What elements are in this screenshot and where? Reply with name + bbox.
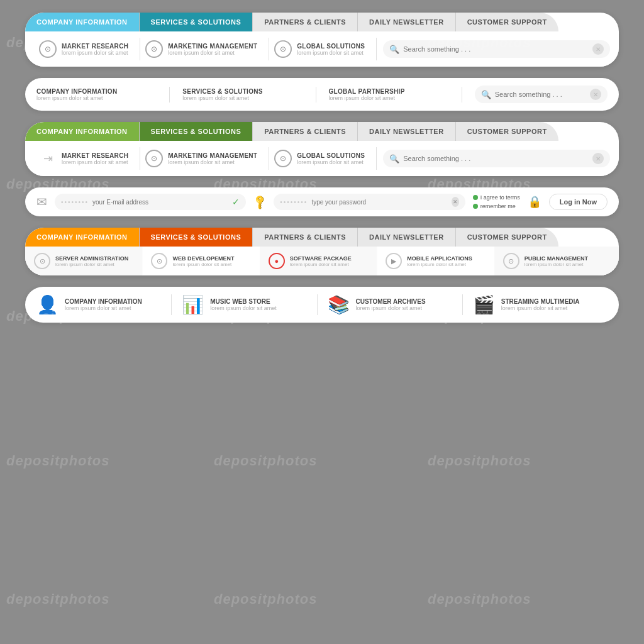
agree-bullet: [473, 195, 478, 200]
tab-company-info[interactable]: COMPANY INFORMATION: [25, 13, 140, 31]
sub-item-global[interactable]: ⊙ GLOBAL SOLUTIONS lorem ipsum dolor sit…: [269, 38, 377, 60]
sub-item-desc-3: lorem ipsum dolor sit amet: [297, 50, 365, 56]
clear-icon-2[interactable]: ✕: [590, 89, 601, 100]
search-box-2[interactable]: 🔍 ✕: [475, 86, 608, 103]
search-input-3[interactable]: [403, 155, 589, 162]
icon-item-streaming[interactable]: 🎬 STREAMING MULTIMEDIA lorem ipsum dolor…: [463, 294, 608, 315]
sub-green-marketing[interactable]: ⊙ MARKETING MANAGEMENT lorem ipsum dolor…: [140, 147, 269, 170]
chart-icon: 📊: [182, 294, 204, 315]
password-field-wrapper[interactable]: •••••••• ✕: [274, 194, 465, 210]
software-icon: ●: [269, 253, 285, 269]
tab-orange-support[interactable]: CUSTOMER SUPPORT: [456, 228, 558, 247]
arrow-item-software[interactable]: ● SOFTWARE PACKAGE lorem ipsum dolor sit…: [260, 247, 384, 275]
flat-item-services[interactable]: SERVICES & SOLUTIONS lorem ipsum dolor s…: [170, 87, 316, 103]
login-button[interactable]: Log in Now: [549, 194, 608, 210]
arrow-desc-5: lorem ipsum dolor sit amet: [525, 262, 589, 267]
search-box-1[interactable]: 🔍 ✕: [383, 40, 610, 58]
tab-green-newsletter[interactable]: DAILY NEWSLETTER: [358, 122, 456, 141]
email-input[interactable]: [92, 199, 228, 206]
clear-icon-1[interactable]: ✕: [592, 43, 604, 55]
icon-title-3: CUSTOMER ARCHIVES: [356, 298, 426, 305]
tab-newsletter[interactable]: DAILY NEWSLETTER: [358, 13, 456, 31]
sub-green-desc-2: lorem ipsum dolor sit amet: [168, 159, 257, 165]
sub-green-desc-3: lorem ipsum dolor sit amet: [297, 159, 365, 165]
nav-icon: 👤 COMPANY INFORMATION lorem ipsum dolor …: [25, 287, 619, 323]
login-bar: ✉ •••••••• ✓ 🔑 •••••••• ✕ I agree to ter…: [25, 187, 619, 216]
watermark: depositphotos: [214, 591, 318, 608]
arrow-desc-2: lorem ipsum dolor sit amet: [172, 262, 234, 267]
tab-orange-partners[interactable]: PARTNERS & CLIENTS: [253, 228, 358, 247]
arrow-sub-menu: ⊙ SERVER ADMINISTRATION lorem ipsum dolo…: [25, 247, 619, 275]
tab-services[interactable]: SERVICES & SOLUTIONS: [140, 13, 253, 31]
sub-green-global[interactable]: ⊙ GLOBAL SOLUTIONS lorem ipsum dolor sit…: [269, 147, 377, 170]
remember-bullet: [473, 204, 478, 209]
sub-item-title-3: GLOBAL SOLUTIONS: [297, 43, 365, 50]
watermark: depositphotos: [6, 591, 110, 608]
arrow-title-3: SOFTWARE PACKAGE: [290, 255, 352, 262]
remember-me-option[interactable]: remember me: [473, 203, 520, 209]
tab-green-support[interactable]: CUSTOMER SUPPORT: [456, 122, 558, 141]
arrow-title-5: PUBLIC MANAGEMENT: [525, 255, 589, 262]
mobile-icon: ▶: [386, 253, 402, 269]
password-input[interactable]: [311, 199, 447, 206]
circle-icon-2: ⊙: [145, 40, 163, 58]
arrow-item-mobile[interactable]: ▶ MOBILE APPLICATIONS lorem ipsum dolor …: [377, 247, 501, 275]
sub-item-title-2: MARKETING MANAGEMENT: [168, 43, 257, 50]
search-icon-2: 🔍: [481, 90, 491, 99]
sub-green-title-3: GLOBAL SOLUTIONS: [297, 152, 365, 159]
email-field-wrapper[interactable]: •••••••• ✓: [55, 194, 246, 210]
login-options: I agree to terms remember me: [473, 194, 520, 209]
arrow-item-server[interactable]: ⊙ SERVER ADMINISTRATION lorem ipsum dolo…: [25, 247, 150, 275]
tab-green-services[interactable]: SERVICES & SOLUTIONS: [140, 122, 253, 141]
flat-title-3: GLOBAL PARTNERSHIP: [329, 88, 449, 95]
nav-green: COMPANY INFORMATION SERVICES & SOLUTIONS…: [25, 122, 619, 176]
sub-item-desc-1: lorem ipsum dolor sit amet: [62, 50, 128, 56]
agree-terms-option[interactable]: I agree to terms: [473, 194, 520, 201]
nav-tabs-1: COMPANY INFORMATION SERVICES & SOLUTIONS…: [25, 13, 619, 31]
tab-support[interactable]: CUSTOMER SUPPORT: [456, 13, 558, 31]
clear-icon-3[interactable]: ✕: [592, 153, 604, 164]
mail-icon: ✉: [36, 194, 47, 209]
icon-item-company[interactable]: 👤 COMPANY INFORMATION lorem ipsum dolor …: [36, 294, 172, 315]
arrow-desc-1: lorem ipsum dolor sit amet: [55, 262, 128, 267]
arrow-title-1: SERVER ADMINISTRATION: [55, 255, 128, 262]
icon-title-1: COMPANY INFORMATION: [65, 298, 142, 305]
tab-orange-company[interactable]: COMPANY INFORMATION: [25, 228, 140, 247]
arrow-item-web[interactable]: ⊙ WEB DEVELOPEMENT lorem ipsum dolor sit…: [142, 247, 267, 275]
nav-flat: COMPANY INFORMATION lorem ipsum dolor si…: [25, 78, 619, 111]
circle-green-3: ⊙: [274, 150, 292, 167]
sub-item-marketing[interactable]: ⊙ MARKETING MANAGEMENT lorem ipsum dolor…: [140, 38, 269, 60]
search-input-2[interactable]: [495, 91, 586, 98]
tab-orange-services[interactable]: SERVICES & SOLUTIONS: [140, 228, 253, 247]
icon-desc-4: lorem ipsum dolor sit amet: [501, 305, 580, 311]
arrow-desc-3: lorem ipsum dolor sit amet: [290, 262, 352, 267]
circle-green-2: ⊙: [145, 150, 163, 167]
check-icon: ✓: [232, 197, 240, 207]
tab-orange-newsletter[interactable]: DAILY NEWSLETTER: [358, 228, 456, 247]
flat-item-global[interactable]: GLOBAL PARTNERSHIP lorem ipsum dolor sit…: [316, 87, 462, 103]
search-input-1[interactable]: [403, 45, 589, 53]
watermark: depositphotos: [214, 453, 318, 469]
nav-tabs-4: COMPANY INFORMATION SERVICES & SOLUTIONS…: [25, 228, 619, 247]
sub-item-title-1: MARKET RESEARCH: [62, 43, 128, 50]
icon-desc-3: lorem ipsum dolor sit amet: [356, 305, 426, 311]
search-box-3[interactable]: 🔍 ✕: [383, 150, 610, 167]
tab-partners[interactable]: PARTNERS & CLIENTS: [253, 13, 358, 31]
icon-item-archives[interactable]: 📚 CUSTOMER ARCHIVES lorem ipsum dolor si…: [318, 294, 463, 315]
password-clear-icon[interactable]: ✕: [452, 197, 459, 207]
tab-green-company[interactable]: COMPANY INFORMATION: [25, 122, 140, 141]
watermark: depositphotos: [428, 453, 531, 469]
person-icon: 👤: [36, 294, 58, 315]
arrow-item-public[interactable]: ⊙ PUBLIC MANAGEMENT lorem ipsum dolor si…: [494, 247, 619, 275]
icon-item-music[interactable]: 📊 MUSIC WEB STORE lorem ipsum dolor sit …: [172, 294, 317, 315]
flat-desc-1: lorem ipsum dolor sit amet: [36, 95, 157, 101]
sub-green-market[interactable]: ⇥ MARKET RESEARCH lorem ipsum dolor sit …: [34, 147, 140, 170]
icon-desc-1: lorem ipsum dolor sit amet: [65, 305, 142, 311]
tab-green-partners[interactable]: PARTNERS & CLIENTS: [253, 122, 358, 141]
search-icon-3: 🔍: [389, 154, 399, 164]
flat-title-2: SERVICES & SOLUTIONS: [182, 88, 303, 95]
flat-item-company[interactable]: COMPANY INFORMATION lorem ipsum dolor si…: [36, 87, 170, 103]
watermark: depositphotos: [428, 591, 531, 608]
sub-item-market[interactable]: ⊙ MARKET RESEARCH lorem ipsum dolor sit …: [34, 38, 140, 60]
sub-green-title-2: MARKETING MANAGEMENT: [168, 152, 257, 159]
